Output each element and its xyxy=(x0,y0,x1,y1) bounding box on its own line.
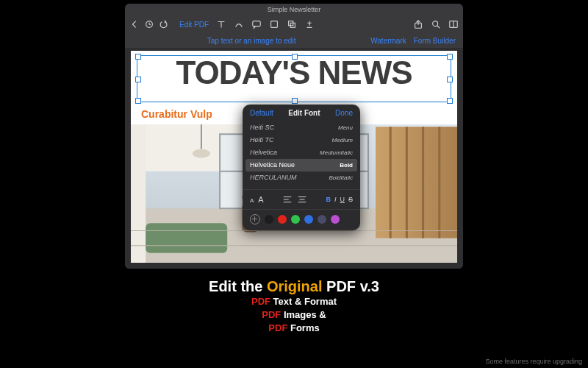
back-icon[interactable] xyxy=(129,19,140,29)
svg-rect-2 xyxy=(271,21,278,28)
add-color-icon[interactable] xyxy=(250,214,260,224)
marketing-headline-pre: Edit the xyxy=(209,278,267,294)
edit-font-popover: Default Edit Font Done Heiti SCMenuHeiti… xyxy=(243,105,360,230)
marketing-line: PDF Text & Format xyxy=(0,295,588,308)
font-size-controls[interactable]: AA xyxy=(250,195,264,204)
font-family-label: Heiti TC xyxy=(250,135,274,145)
popover-title: Edit Font xyxy=(288,109,320,117)
marketing-tag: PDF xyxy=(268,322,287,333)
marketing-headline-highlight: Original xyxy=(267,278,323,294)
resize-handle[interactable] xyxy=(447,98,453,104)
redo-icon[interactable] xyxy=(159,19,169,29)
history-icon[interactable] xyxy=(144,19,154,29)
color-swatch[interactable] xyxy=(291,215,300,224)
svg-point-6 xyxy=(433,21,438,26)
marketing-tag: PDF xyxy=(251,296,270,307)
share-icon[interactable] xyxy=(413,19,423,29)
draw-tool-icon[interactable] xyxy=(234,19,244,29)
resize-handle[interactable] xyxy=(135,77,141,82)
marketing-headline-post: PDF v.3 xyxy=(323,278,379,294)
font-row[interactable]: Hiragino Maru Gothic ProNCondensedBold xyxy=(243,184,360,186)
panels-icon[interactable] xyxy=(448,19,459,29)
resize-handle[interactable] xyxy=(447,77,453,82)
shape-tool-icon[interactable] xyxy=(269,19,279,29)
color-swatch[interactable] xyxy=(331,215,340,224)
comment-tool-icon[interactable] xyxy=(251,19,262,29)
font-default-button[interactable]: Default xyxy=(250,109,273,117)
font-row[interactable]: HERCULANUMBoldItalic xyxy=(243,171,360,184)
window-title: Simple Newsletter xyxy=(125,4,463,15)
svg-rect-17 xyxy=(376,127,457,238)
font-family-label: Heiti SC xyxy=(250,123,274,132)
align-center-icon[interactable] xyxy=(297,194,307,205)
marketing-text: Forms xyxy=(287,322,319,333)
sign-tool-icon[interactable] xyxy=(304,19,315,29)
resize-handle[interactable] xyxy=(292,54,298,60)
text-tool-icon[interactable] xyxy=(216,19,226,29)
font-row[interactable]: HelveticaMediumItalic xyxy=(243,146,360,159)
color-swatch[interactable] xyxy=(265,215,273,224)
marketing-tag: PDF xyxy=(262,309,281,320)
disclaimer-text: Some features require upgrading xyxy=(485,358,582,365)
font-weight-label: BoldItalic xyxy=(329,173,353,183)
underline-toggle[interactable]: U xyxy=(340,196,345,203)
text-selection-box[interactable] xyxy=(137,55,451,102)
font-row[interactable]: Heiti TCMedium xyxy=(243,134,360,146)
font-row[interactable]: Helvetica NeueBold xyxy=(245,159,357,171)
marketing-block: Edit the Original PDF v.3 PDF Text & For… xyxy=(0,272,588,368)
font-family-label: Helvetica Neue xyxy=(250,160,295,170)
search-icon[interactable] xyxy=(431,19,441,29)
resize-handle[interactable] xyxy=(447,54,453,60)
edit-hint: Tap text or an image to edit xyxy=(132,37,370,45)
copy-tool-icon[interactable] xyxy=(287,19,297,29)
color-swatches xyxy=(243,209,360,226)
svg-point-25 xyxy=(193,149,210,158)
resize-handle[interactable] xyxy=(135,54,141,60)
formbuilder-link[interactable]: Form Builder xyxy=(414,37,456,45)
marketing-text: Images & xyxy=(281,309,326,320)
font-weight-label: MediumItalic xyxy=(320,148,353,158)
marketing-line: PDF Forms xyxy=(0,322,588,335)
font-family-label: Hiragino Maru Gothic ProN xyxy=(250,185,311,186)
editpdf-mode[interactable]: Edit PDF xyxy=(179,21,209,29)
font-weight-label: Medium xyxy=(332,135,353,145)
font-done-button[interactable]: Done xyxy=(335,109,353,117)
svg-rect-1 xyxy=(253,21,261,26)
main-toolbar: Edit PDF xyxy=(125,15,463,33)
font-style-controls[interactable]: B I U S xyxy=(326,196,353,203)
svg-rect-26 xyxy=(146,223,227,252)
sub-toolbar: Tap text or an image to edit Watermark F… xyxy=(125,33,463,48)
font-row[interactable]: Heiti SCMenu xyxy=(243,121,360,134)
strike-toggle[interactable]: S xyxy=(348,196,353,203)
font-weight-label: Bold xyxy=(340,160,353,170)
font-weight-label: CondensedBold xyxy=(311,185,353,186)
font-family-label: Helvetica xyxy=(250,148,277,158)
color-swatch[interactable] xyxy=(318,215,326,224)
marketing-text: Text & Format xyxy=(270,296,337,307)
italic-toggle[interactable]: I xyxy=(334,196,337,203)
color-swatch[interactable] xyxy=(304,215,313,224)
watermark-link[interactable]: Watermark xyxy=(370,37,406,45)
marketing-headline: Edit the Original PDF v.3 xyxy=(0,278,588,295)
subheading-text[interactable]: Curabitur Vulp xyxy=(141,108,212,120)
svg-rect-11 xyxy=(131,124,146,263)
bold-toggle[interactable]: B xyxy=(326,196,331,203)
font-family-label: HERCULANUM xyxy=(250,173,297,183)
marketing-line: PDF Images & xyxy=(0,308,588,322)
color-swatch[interactable] xyxy=(278,215,287,224)
font-weight-label: Menu xyxy=(338,123,353,132)
align-left-icon[interactable] xyxy=(282,194,293,205)
font-list[interactable]: Heiti SCMenuHeiti TCMediumHelveticaMediu… xyxy=(243,120,360,186)
resize-handle[interactable] xyxy=(135,98,141,104)
